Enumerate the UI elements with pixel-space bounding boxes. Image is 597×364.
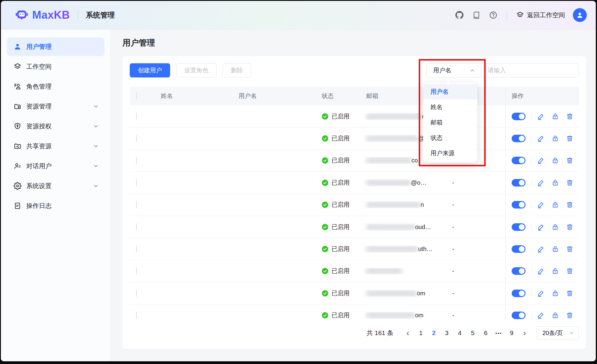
- email-fragment: n: [421, 201, 424, 208]
- create-user-button[interactable]: 创建用户: [130, 63, 170, 77]
- column-header: 用户名: [231, 92, 314, 100]
- edit-icon[interactable]: [537, 157, 545, 165]
- dropdown-option[interactable]: 用户名: [423, 84, 477, 99]
- edit-icon[interactable]: [537, 135, 545, 143]
- trash-icon[interactable]: [566, 135, 573, 143]
- edit-icon[interactable]: [537, 289, 545, 297]
- sidebar-item-gear[interactable]: 系统设置: [7, 177, 104, 195]
- lock-icon[interactable]: [551, 245, 559, 253]
- lock-icon[interactable]: [551, 112, 559, 120]
- page-ellipsis[interactable]: •••: [494, 327, 504, 339]
- trash-icon[interactable]: [566, 312, 573, 319]
- status-label: 已启用: [332, 289, 350, 297]
- trash-icon[interactable]: [566, 245, 573, 253]
- redacted-email: [366, 202, 421, 208]
- prev-page-button[interactable]: ‹: [403, 327, 413, 339]
- row-checkbox[interactable]: [136, 290, 137, 297]
- enable-toggle[interactable]: [512, 267, 526, 275]
- enable-toggle[interactable]: [512, 245, 526, 253]
- set-role-button[interactable]: 设置角色: [176, 63, 217, 77]
- page-size-select[interactable]: 20条/页: [537, 326, 579, 340]
- avatar[interactable]: [573, 8, 587, 22]
- edit-icon[interactable]: [537, 223, 545, 231]
- edit-icon[interactable]: [537, 267, 545, 275]
- lock-icon[interactable]: [551, 312, 559, 319]
- page-button[interactable]: 9: [506, 327, 517, 339]
- sidebar-item-log[interactable]: 操作日志: [7, 196, 104, 215]
- github-icon[interactable]: [455, 11, 464, 20]
- sidebar-item-chat-user[interactable]: 对话用户: [7, 157, 104, 175]
- next-page-button[interactable]: ›: [519, 327, 530, 339]
- lock-icon[interactable]: [551, 201, 559, 209]
- sidebar-item-share-folder[interactable]: 共享资源: [7, 137, 104, 155]
- email-fragment: co: [411, 157, 418, 164]
- back-to-workspace-button[interactable]: 返回工作空间: [516, 11, 565, 19]
- trash-icon[interactable]: [566, 112, 573, 120]
- source-cell: -: [449, 312, 505, 319]
- enable-toggle[interactable]: [512, 135, 526, 142]
- row-checkbox[interactable]: [136, 201, 137, 208]
- edit-icon[interactable]: [537, 179, 545, 187]
- chevron-down-icon: [93, 123, 99, 129]
- lock-icon[interactable]: [551, 179, 559, 187]
- sidebar-item-shield[interactable]: 资源授权: [7, 117, 104, 136]
- email-cell: om: [359, 312, 449, 319]
- lock-icon[interactable]: [551, 289, 559, 297]
- edit-icon[interactable]: [537, 201, 545, 209]
- sidebar-item-role[interactable]: 角色管理: [7, 77, 104, 96]
- trash-icon[interactable]: [566, 289, 573, 297]
- docs-icon[interactable]: [472, 11, 481, 20]
- page-button[interactable]: 3: [442, 327, 452, 339]
- sidebar-item-user[interactable]: 用户管理: [7, 37, 104, 56]
- enable-toggle[interactable]: [512, 157, 526, 164]
- enable-toggle[interactable]: [512, 223, 526, 231]
- page-button[interactable]: 2: [429, 327, 439, 339]
- lock-icon[interactable]: [551, 157, 559, 165]
- page-button[interactable]: 5: [468, 327, 478, 339]
- chevron-down-icon: [93, 103, 99, 109]
- trash-icon[interactable]: [566, 201, 573, 209]
- enable-toggle[interactable]: [512, 312, 526, 319]
- dropdown-option[interactable]: 状态: [423, 130, 477, 146]
- trash-icon[interactable]: [566, 267, 573, 275]
- sidebar-item-label: 角色管理: [26, 82, 99, 91]
- edit-icon[interactable]: [537, 245, 545, 253]
- page-button[interactable]: 4: [455, 327, 465, 339]
- sidebar-item-resource[interactable]: 资源管理: [7, 97, 104, 116]
- lock-icon[interactable]: [551, 135, 559, 143]
- chat-user-icon: [14, 162, 21, 170]
- select-all-checkbox[interactable]: [136, 92, 137, 99]
- dropdown-option[interactable]: 姓名: [423, 99, 477, 115]
- row-checkbox[interactable]: [136, 179, 137, 186]
- status-cell: 已启用: [314, 289, 359, 297]
- lock-icon[interactable]: [551, 223, 559, 231]
- search-field-select[interactable]: 用户名: [427, 64, 481, 77]
- help-icon[interactable]: [489, 11, 498, 20]
- row-checkbox[interactable]: [136, 113, 137, 120]
- enable-toggle[interactable]: [512, 290, 526, 297]
- sidebar-item-workspace[interactable]: 工作空间: [7, 57, 104, 76]
- row-checkbox[interactable]: [136, 135, 137, 142]
- trash-icon[interactable]: [566, 223, 573, 231]
- row-checkbox[interactable]: [136, 267, 137, 275]
- enable-toggle[interactable]: [512, 179, 526, 187]
- row-checkbox[interactable]: [136, 245, 137, 253]
- share-folder-icon: [14, 142, 21, 150]
- edit-icon[interactable]: [537, 312, 545, 319]
- row-checkbox[interactable]: [136, 157, 137, 164]
- trash-icon[interactable]: [566, 179, 573, 187]
- page-button[interactable]: 1: [416, 327, 426, 339]
- enable-toggle[interactable]: [512, 201, 526, 209]
- dropdown-option[interactable]: 邮箱: [423, 115, 477, 130]
- delete-button[interactable]: 删除: [223, 63, 251, 77]
- app-window: MaxKB 系统管理 返回工作空间: [0, 0, 597, 364]
- row-checkbox[interactable]: [136, 312, 137, 319]
- search-input[interactable]: [481, 64, 579, 77]
- lock-icon[interactable]: [551, 267, 559, 275]
- edit-icon[interactable]: [537, 112, 545, 120]
- enable-toggle[interactable]: [512, 113, 526, 120]
- trash-icon[interactable]: [566, 157, 573, 165]
- row-checkbox[interactable]: [136, 223, 137, 231]
- page-button[interactable]: 6: [481, 327, 491, 339]
- dropdown-option[interactable]: 用户来源: [423, 146, 477, 161]
